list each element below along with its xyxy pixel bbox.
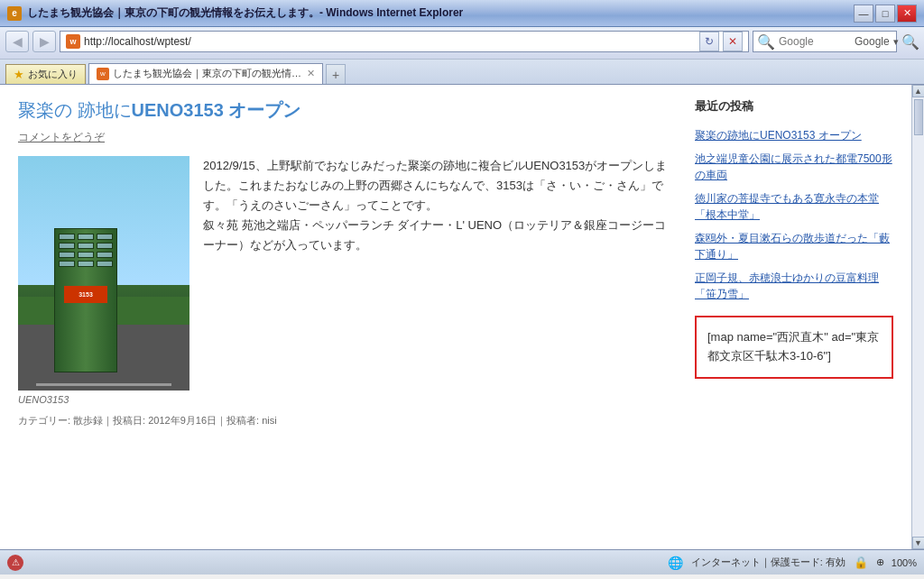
forward-button[interactable]: ▶ [32,31,56,52]
scroll-thumb[interactable] [914,99,923,135]
post-paragraph-2: 叙々苑 苑池之端店・ペッパーランチ ダイナー・L' UENO（ロッテリア＆銀座コ… [203,216,677,255]
comment-link[interactable]: コメントをどうぞ [18,130,677,145]
page-area: 聚楽の 跡地にUENO3153 オープン コメントをどうぞ [0,85,924,549]
post-image-wrap: 3153 UENO3153 [18,156,189,405]
minimize-button[interactable]: — [854,5,873,23]
search-box: 🔍 Google ▾ [753,31,897,52]
post-title: 聚楽の 跡地にUENO3153 オープン [18,98,677,123]
maximize-button[interactable]: □ [875,5,895,23]
zoom-level: 100% [892,557,917,568]
site-icon: w [66,34,80,49]
sidebar-link-3[interactable]: 徳川家の菩提寺でもある寛永寺の本堂「根本中堂」 [695,190,893,223]
scroll-up-button[interactable]: ▲ [912,85,925,97]
search-input[interactable] [779,35,851,48]
post-text: 2012/9/15、上野駅前でおなじみだった聚楽の跡地に複合ビルUENO3153… [203,156,677,405]
url-input[interactable] [84,35,696,48]
favorites-button[interactable]: ★ お気に入り [5,64,86,84]
tab-site-icon: w [97,68,109,80]
refresh-button[interactable]: ↻ [699,32,719,51]
address-bar: w ↻ ✕ [60,31,749,52]
post-image: 3153 [18,156,189,391]
stop-button[interactable]: ✕ [723,32,743,51]
search-label: Google [855,35,890,48]
sidebar-link-2[interactable]: 池之端児童公園に展示された都電7500形の車両 [695,151,893,183]
browser-toolbar: ◀ ▶ w ↻ ✕ 🔍 Google ▾ 🔍 [0,27,924,60]
title-bar: e したまち観光協会｜東京の下町の観光情報をお伝えします。- Windows I… [0,0,924,27]
tab-label: したまち観光協会｜東京の下町の観光情報をお... [113,67,303,80]
tabs-row: ★ お気に入り w したまち観光協会｜東京の下町の観光情報をお... ✕ + [0,60,924,85]
back-button[interactable]: ◀ [5,31,29,52]
window-title: したまち観光協会｜東京の下町の観光情報をお伝えします。- Windows Int… [27,5,463,21]
sidebar-title: 最近の投稿 [695,98,893,118]
security-warning-icon: ⚠ [7,555,23,571]
scroll-down-button[interactable]: ▼ [912,537,925,549]
sidebar-link-1[interactable]: 聚楽の跡地にUENO3153 オープン [695,127,893,143]
favorites-label: お気に入り [28,68,78,81]
page-scroll[interactable]: 聚楽の 跡地にUENO3153 オープン コメントをどうぞ [0,85,911,549]
sidebar-link-4[interactable]: 森鴎外・夏目漱石らの散歩道だった「藪下通り」 [695,230,893,262]
nav-row: ◀ ▶ w ↻ ✕ 🔍 Google ▾ 🔍 [5,31,919,52]
globe-icon: 🌐 [668,555,684,571]
image-caption: UENO3153 [18,394,189,405]
sidebar-link-5[interactable]: 正岡子規、赤穂浪士ゆかりの豆富料理「笹乃雪」 [695,270,893,302]
star-icon: ★ [14,68,24,81]
post-footer: カテゴリー: 散歩録｜投稿日: 2012年9月16日｜投稿者: nisi [18,414,677,427]
internet-status-label: インターネット｜保護モード: 有効 [691,556,845,569]
search-magnifier-button[interactable]: 🔍 [902,33,919,50]
new-tab-button[interactable]: + [326,64,346,84]
ie-icon: e [7,6,22,21]
active-tab[interactable]: w したまち観光協会｜東京の下町の観光情報をお... ✕ [88,63,323,84]
status-bar: ⚠ 🌐 インターネット｜保護モード: 有効 🔒 ⊕ 100% [0,549,924,574]
post-body: 3153 UENO3153 2012/9/15、上野駅前でおなじみだった聚楽の跡… [18,156,677,405]
title-bar-left: e したまち観光協会｜東京の下町の観光情報をお伝えします。- Windows I… [7,5,463,21]
page-content: 聚楽の 跡地にUENO3153 オープン コメントをどうぞ [0,85,911,441]
zoom-label: ⊕ [876,556,884,568]
building-shape: 3153 [54,228,117,372]
tab-close-button[interactable]: ✕ [307,68,315,79]
map-widget: [map name="西沢直木" ad="東京都文京区千駄木3-10-6"] [695,316,893,379]
close-button[interactable]: ✕ [897,5,917,23]
sidebar: 最近の投稿 聚楽の跡地にUENO3153 オープン 池之端児童公園に展示された都… [695,98,893,427]
scrollbar: ▲ ▼ [911,85,924,549]
google-icon: 🔍 [757,33,775,51]
main-column: 聚楽の 跡地にUENO3153 オープン コメントをどうぞ [18,98,677,427]
search-button[interactable]: ▾ [893,33,899,50]
title-bar-controls: — □ ✕ [854,5,917,23]
post-paragraph-1: 2012/9/15、上野駅前でおなじみだった聚楽の跡地に複合ビルUENO3153… [203,156,677,216]
lock-icon: 🔒 [853,555,869,571]
